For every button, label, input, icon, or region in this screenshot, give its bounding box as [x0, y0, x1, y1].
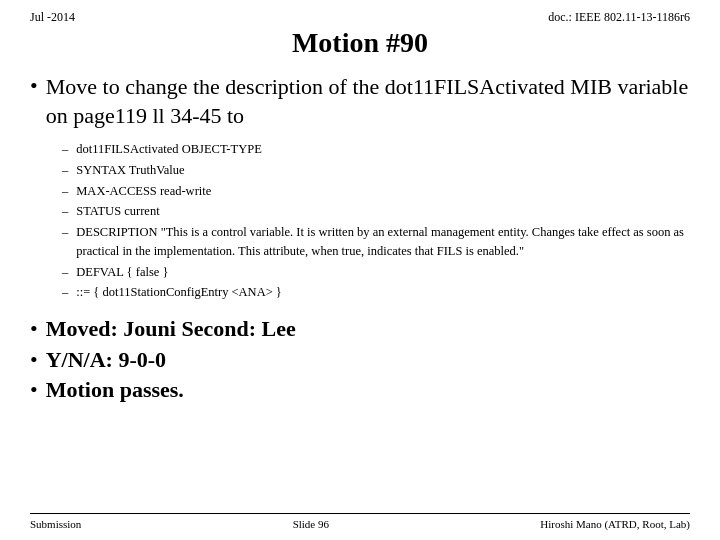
bottom-bullets: • Moved: Jouni Second: Lee • Y/N/A: 9-0-…	[30, 316, 690, 403]
content: • Move to change the description of the …	[30, 73, 690, 513]
list-item: – dot11FILSActivated OBJECT-TYPE	[62, 140, 690, 159]
sub-item-text: STATUS current	[76, 202, 690, 221]
header-right: doc.: IEEE 802.11-13-1186r6	[548, 10, 690, 25]
list-item: – ::= { dot11StationConfigEntry <ANA> }	[62, 283, 690, 302]
dash-icon: –	[62, 182, 68, 201]
sub-item-text: dot11FILSActivated OBJECT-TYPE	[76, 140, 690, 159]
sub-item-text: ::= { dot11StationConfigEntry <ANA> }	[76, 283, 690, 302]
sub-item-text: DEFVAL { false }	[76, 263, 690, 282]
yn-text: Y/N/A: 9-0-0	[46, 347, 166, 373]
dash-icon: –	[62, 161, 68, 180]
title-block: Motion #90	[30, 27, 690, 59]
bottom-bullet-moved: • Moved: Jouni Second: Lee	[30, 316, 690, 342]
dash-icon: –	[62, 140, 68, 159]
list-item: – STATUS current	[62, 202, 690, 221]
list-item: – MAX-ACCESS read-write	[62, 182, 690, 201]
footer-right: Hiroshi Mano (ATRD, Root, Lab)	[540, 518, 690, 530]
bullet-dot: •	[30, 377, 38, 403]
footer-center: Slide 96	[293, 518, 329, 530]
moved-text: Moved: Jouni Second: Lee	[46, 316, 296, 342]
list-item: – DEFVAL { false }	[62, 263, 690, 282]
bullet-dot: •	[30, 347, 38, 373]
bottom-bullet-yn: • Y/N/A: 9-0-0	[30, 347, 690, 373]
bullet-dot: •	[30, 316, 38, 342]
footer-left: Submission	[30, 518, 81, 530]
dash-icon: –	[62, 263, 68, 282]
sub-list: – dot11FILSActivated OBJECT-TYPE – SYNTA…	[62, 140, 690, 302]
page: Jul -2014 doc.: IEEE 802.11-13-1186r6 Mo…	[0, 0, 720, 540]
bullet-dot: •	[30, 73, 38, 99]
main-bullet-text: Move to change the description of the do…	[46, 73, 690, 130]
motion-text: Motion passes.	[46, 377, 184, 403]
bottom-bullet-motion: • Motion passes.	[30, 377, 690, 403]
sub-item-text: DESCRIPTION "This is a control variable.…	[76, 223, 690, 261]
footer: Submission Slide 96 Hiroshi Mano (ATRD, …	[30, 513, 690, 530]
dash-icon: –	[62, 202, 68, 221]
main-bullet: • Move to change the description of the …	[30, 73, 690, 130]
header-left: Jul -2014	[30, 10, 75, 25]
list-item: – DESCRIPTION "This is a control variabl…	[62, 223, 690, 261]
header: Jul -2014 doc.: IEEE 802.11-13-1186r6	[30, 10, 690, 25]
sub-item-text: SYNTAX TruthValue	[76, 161, 690, 180]
sub-item-text: MAX-ACCESS read-write	[76, 182, 690, 201]
list-item: – SYNTAX TruthValue	[62, 161, 690, 180]
dash-icon: –	[62, 223, 68, 242]
main-title: Motion #90	[292, 27, 428, 58]
dash-icon: –	[62, 283, 68, 302]
